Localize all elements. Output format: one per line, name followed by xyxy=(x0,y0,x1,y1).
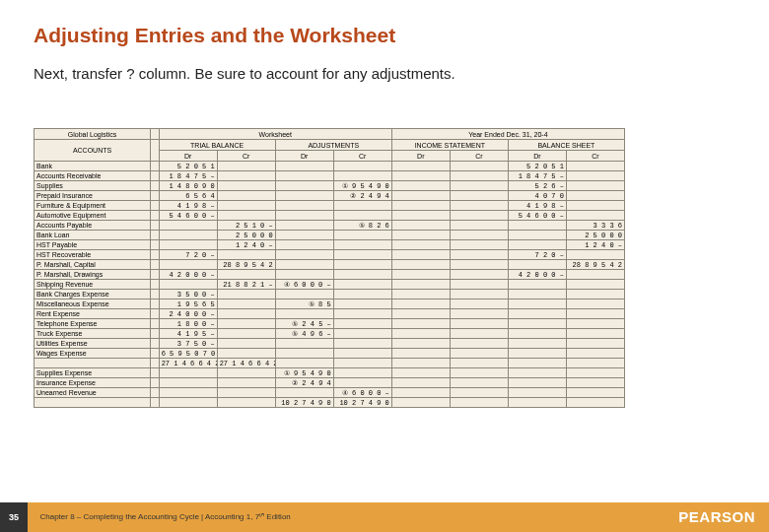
slide-title: Adjusting Entries and the Worksheet xyxy=(0,0,769,47)
table-row: Shipping Revenue21 8 8 2 1 –④ 6 0 0 0 – xyxy=(35,280,625,290)
worksheet-table: Global Logistics Worksheet Year Ended De… xyxy=(34,128,625,408)
col-group-income-statement: INCOME STATEMENT xyxy=(391,140,508,151)
company-cell: Global Logistics xyxy=(35,129,151,140)
table-row: P. Marshall, Drawings4 2 0 0 0 –4 2 0 0 … xyxy=(35,270,625,280)
col-group-trial-balance: TRIAL BALANCE xyxy=(159,140,275,151)
table-row: Rent Expense2 4 0 0 0 – xyxy=(35,309,625,319)
pearson-logo: PEARSON xyxy=(678,502,755,532)
table-row: Accounts Payable2 5 1 0 –⑤ 8 2 63 3 3 6 xyxy=(35,221,625,231)
col-group-row: ACCOUNTS TRIAL BALANCE ADJUSTMENTS INCOM… xyxy=(35,140,625,151)
table-row: P. Marshall, Capital28 8 9 5 4 228 8 9 5… xyxy=(35,260,625,270)
worksheet-header-row: Global Logistics Worksheet Year Ended De… xyxy=(35,129,625,140)
table-row: Automotive Equipment5 4 6 0 0 –5 4 6 0 0… xyxy=(35,211,625,221)
table-row: HST Payable1 2 4 0 –1 2 4 0 – xyxy=(35,240,625,250)
accounts-header: ACCOUNTS xyxy=(35,140,151,162)
table-row: Miscellaneous Expense1 9 5 6 5⑤ 8 5 xyxy=(35,299,625,309)
period-cell: Year Ended Dec. 31, 20-4 xyxy=(391,129,624,140)
table-row: HST Recoverable7 2 0 –7 2 0 – xyxy=(35,250,625,260)
chapter-text: Chapter 8 – Completing the Accounting Cy… xyxy=(32,502,290,532)
table-row: Supplies1 4 8 0 9 0① 9 5 4 9 05 2 6 – xyxy=(35,181,625,191)
table-row: Telephone Expense1 8 0 0 –⑤ 2 4 5 – xyxy=(35,319,625,329)
table-row: Bank Loan2 5 0 0 02 5 0 0 0 xyxy=(35,231,625,240)
table-row: Prepaid Insurance6 5 6 4② 2 4 9 44 0 7 0 xyxy=(35,191,625,201)
table-row: Utilities Expense3 7 5 0 – xyxy=(35,339,625,349)
sheet-title-cell: Worksheet xyxy=(159,129,391,140)
table-row: Furniture & Equipment4 1 9 8 –4 1 9 8 – xyxy=(35,201,625,211)
col-group-adjustments: ADJUSTMENTS xyxy=(275,140,391,151)
table-row: 27 1 4 6 6 4 227 1 4 6 6 4 2 xyxy=(35,359,625,368)
table-row: Truck Expense4 1 9 5 –⑤ 4 9 6 – xyxy=(35,329,625,339)
table-row: Wages Expense6 5 9 5 0 7 0 xyxy=(35,349,625,359)
worksheet-body: Bank5 2 0 5 15 2 0 5 1Accounts Receivabl… xyxy=(35,162,625,408)
table-row: Insurance Expense② 2 4 9 4 xyxy=(35,378,625,388)
footer-bar: 35 Chapter 8 – Completing the Accounting… xyxy=(0,502,769,532)
slide-subtitle: Next, transfer ? column. Be sure to acco… xyxy=(0,47,769,82)
table-row: Supplies Expense① 9 5 4 9 0 xyxy=(35,368,625,378)
worksheet-container: Global Logistics Worksheet Year Ended De… xyxy=(34,128,625,408)
table-row: Accounts Receivable1 8 4 7 5 –1 8 4 7 5 … xyxy=(35,171,625,181)
table-row: 10 2 7 4 9 010 2 7 4 9 0 xyxy=(35,398,625,408)
page-number: 35 xyxy=(0,502,28,532)
col-group-balance-sheet: BALANCE SHEET xyxy=(508,140,624,151)
slide: Adjusting Entries and the Worksheet Next… xyxy=(0,0,769,532)
table-row: Unearned Revenue④ 6 0 0 0 – xyxy=(35,388,625,398)
table-row: Bank Charges Expense3 5 0 0 – xyxy=(35,290,625,299)
table-row: Bank5 2 0 5 15 2 0 5 1 xyxy=(35,162,625,171)
